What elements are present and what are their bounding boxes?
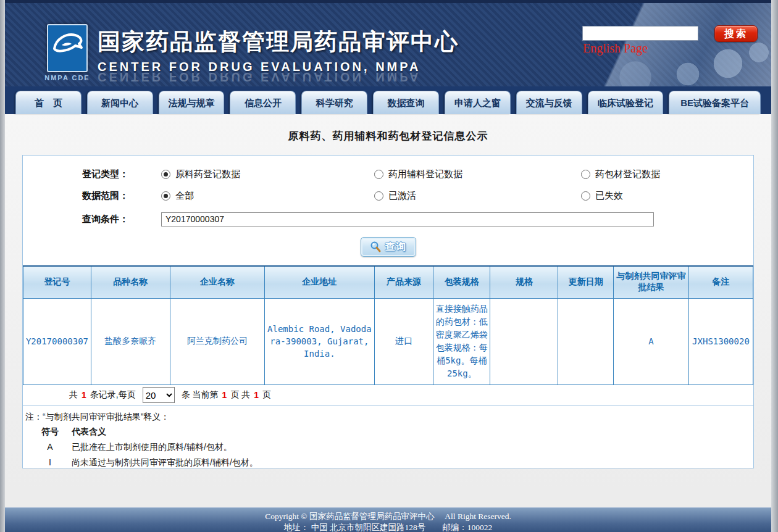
radio-option-all[interactable]: 全部	[161, 190, 374, 202]
nav-tab-info-disclosure[interactable]: 信息公开	[230, 91, 296, 114]
site-header: NMPA CDE 国家药品监督管理局药品审评中心 CENTER FOR DRUG…	[5, 3, 771, 86]
query-panel: 登记类型： 原料药登记数据 药用辅料登记数据 药包材登记数据	[22, 155, 754, 468]
logo-caption: NMPA CDE	[41, 74, 94, 81]
pagination-text: 共	[69, 389, 78, 401]
site-title-chinese: 国家药品监督管理局药品审评中心	[98, 27, 459, 57]
col-header-company-name: 企业名称	[170, 266, 265, 298]
nav-tab-science[interactable]: 科学研究	[301, 91, 367, 114]
cell-joint-review: A	[614, 298, 689, 384]
query-button[interactable]: 查询	[361, 237, 416, 257]
results-table: 登记号 品种名称 企业名称 企业地址 产品来源 包装规格 规格 更新日期 与制剂…	[23, 265, 753, 385]
nav-tab-news[interactable]: 新闻中心	[87, 91, 153, 114]
form-row-reg-type: 登记类型： 原料药登记数据 药用辅料登记数据 药包材登记数据	[23, 164, 753, 185]
pagination-text: 条记录,每页	[90, 389, 136, 401]
pagination-text: 页	[262, 389, 271, 401]
pagination-bar: 共 1 条记录,每页 20 条 当前第 1 页 共 1 页	[23, 385, 753, 406]
english-page-link[interactable]: English Page	[583, 41, 648, 56]
query-form: 登记类型： 原料药登记数据 药用辅料登记数据 药包材登记数据	[23, 156, 753, 265]
query-condition-input[interactable]	[161, 212, 654, 227]
cell-company-addr: Alembic Road, Vadodara-390003, Gujarat, …	[265, 298, 374, 384]
main-nav: 首 页 新闻中心 法规与规章 信息公开 科学研究 数据查询 申请人之窗 交流与反…	[5, 86, 771, 114]
note-row-i: I 尚未通过与制剂共同审评审批的原料/辅料/包材。	[25, 455, 753, 470]
nav-tab-feedback[interactable]: 交流与反馈	[516, 91, 582, 114]
col-header-source: 产品来源	[374, 266, 433, 298]
notes-section: 注：“与制剂共同审评审批结果”释义： 符号 代表含义 A 已批准在上市制剂使用的…	[23, 406, 753, 470]
form-row-data-scope: 数据范围： 全部 已激活 已失效	[23, 185, 753, 207]
cell-reg-no: Y20170000307	[23, 298, 91, 384]
cell-spec	[490, 298, 558, 384]
col-header-joint-review: 与制剂共同审评审批结果	[614, 266, 689, 298]
note-symbol: A	[37, 439, 63, 455]
current-page: 1	[222, 390, 227, 400]
radio-option-activated[interactable]: 已激活	[374, 190, 581, 202]
nav-tab-applicant[interactable]: 申请人之窗	[445, 91, 511, 114]
col-header-package-spec: 包装规格	[433, 266, 490, 298]
cell-package-spec: 直接接触药品的药包材：低密度聚乙烯袋包装规格：每桶5kg。每桶25kg。	[433, 298, 490, 384]
nav-tab-home[interactable]: 首 页	[15, 91, 82, 114]
cell-product-name: 盐酸多奈哌齐	[91, 298, 170, 384]
fish-swoosh-icon	[48, 25, 86, 71]
radio-option-raw-material[interactable]: 原料药登记数据	[161, 168, 374, 180]
note-header-row: 符号 代表含义	[25, 424, 753, 439]
col-header-remark: 备注	[688, 266, 753, 298]
pagination-text: 页 共	[230, 389, 250, 401]
page: NMPA CDE 国家药品监督管理局药品审评中心 CENTER FOR DRUG…	[5, 0, 771, 532]
data-scope-label: 数据范围：	[82, 190, 161, 202]
nav-tab-be-platform[interactable]: BE试验备案平台	[669, 91, 761, 114]
radio-checked-icon[interactable]	[161, 191, 170, 201]
table-row: Y20170000307 盐酸多奈哌齐 阿兰克制药公司 Alembic Road…	[23, 298, 753, 384]
site-title-block: 国家药品监督管理局药品审评中心 CENTER FOR DRUG EVALUATI…	[98, 27, 459, 84]
site-footer: Copyright © 国家药品监督管理局药品审评中心 All Right Re…	[5, 507, 771, 532]
radio-unchecked-icon[interactable]	[581, 191, 590, 201]
radio-unchecked-icon[interactable]	[374, 191, 383, 201]
total-pages: 1	[254, 390, 259, 400]
site-search-input[interactable]	[582, 26, 698, 41]
page-right-edge	[771, 0, 778, 532]
site-title-english-reflection: CENTER FOR DRUG EVALUATION, NMPA	[98, 70, 459, 84]
footer-address: 地址： 中国 北京市朝阳区建国路128号 邮编：100022	[5, 522, 771, 532]
cell-company-name: 阿兰克制药公司	[170, 298, 265, 384]
footer-copyright: Copyright © 国家药品监督管理局药品审评中心 All Right Re…	[5, 511, 771, 522]
site-search-button[interactable]: 搜索	[714, 25, 758, 42]
note-meaning: 已批准在上市制剂使用的原料/辅料/包材。	[72, 439, 232, 455]
radio-checked-icon[interactable]	[161, 170, 170, 179]
page-left-edge	[0, 0, 5, 532]
reg-type-label: 登记类型：	[82, 168, 161, 180]
col-header-product-name: 品种名称	[91, 266, 170, 298]
cell-update-date	[558, 298, 614, 384]
pagination-text: 条 当前第	[182, 389, 219, 401]
col-header-company-addr: 企业地址	[265, 266, 374, 298]
page-title: 原料药、药用辅料和药包材登记信息公示	[5, 114, 771, 143]
header-pills-photo	[530, 3, 771, 86]
query-condition-label: 查询条件：	[82, 214, 161, 225]
content-area: 原料药、药用辅料和药包材登记信息公示 登记类型： 原料药登记数据 药用辅料登记数…	[5, 114, 771, 488]
button-row: 查询	[23, 237, 753, 257]
nmpa-cde-logo	[47, 24, 88, 72]
note-row-a: A 已批准在上市制剂使用的原料/辅料/包材。	[25, 439, 753, 455]
radio-option-packaging[interactable]: 药包材登记数据	[581, 168, 753, 180]
cell-source: 进口	[374, 298, 433, 384]
radio-unchecked-icon[interactable]	[581, 170, 590, 179]
note-symbol: I	[37, 455, 63, 470]
nav-tab-data-query[interactable]: 数据查询	[373, 91, 439, 114]
form-row-query: 查询条件：	[23, 207, 753, 231]
page-size-select[interactable]: 20	[143, 387, 175, 403]
total-records: 1	[82, 390, 86, 400]
nav-tab-clinical-trial[interactable]: 临床试验登记	[588, 91, 664, 114]
cell-remark: JXHS1300020	[688, 298, 753, 384]
table-header-row: 登记号 品种名称 企业名称 企业地址 产品来源 包装规格 规格 更新日期 与制剂…	[23, 266, 753, 298]
col-header-spec: 规格	[490, 266, 558, 298]
search-icon	[369, 241, 382, 253]
note-title: 注：“与制剂共同审评审批结果”释义：	[25, 409, 753, 424]
radio-option-invalid[interactable]: 已失效	[581, 190, 753, 202]
col-header-reg-no: 登记号	[23, 266, 91, 298]
nav-tab-regulations[interactable]: 法规与规章	[159, 91, 225, 114]
note-meaning: 尚未通过与制剂共同审评审批的原料/辅料/包材。	[72, 455, 258, 470]
col-header-update-date: 更新日期	[558, 266, 614, 298]
note-meaning-header: 代表含义	[72, 424, 106, 439]
radio-option-excipient[interactable]: 药用辅料登记数据	[374, 168, 581, 180]
note-symbol-header: 符号	[37, 424, 63, 439]
radio-unchecked-icon[interactable]	[374, 170, 383, 179]
